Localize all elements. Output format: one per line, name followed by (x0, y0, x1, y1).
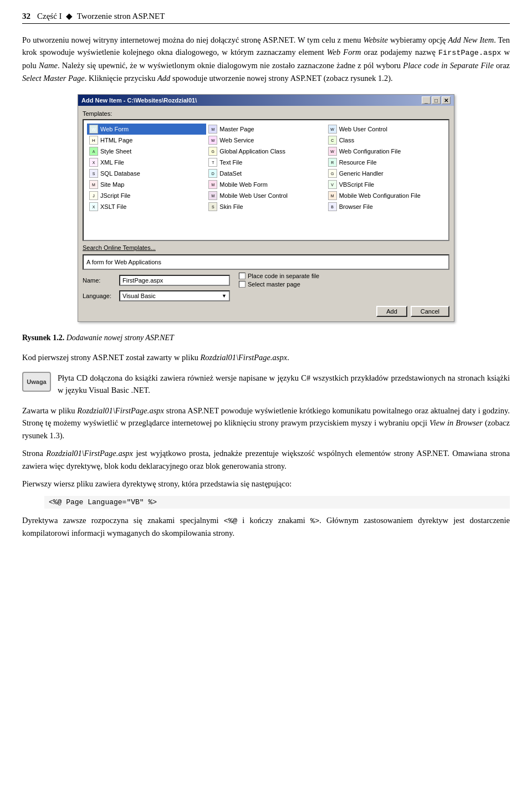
description-box: A form for Web Applications (83, 254, 449, 270)
template-label: XSLT File (100, 203, 126, 210)
checkbox-select-master-box[interactable] (239, 281, 245, 288)
template-master-page[interactable]: M Master Page (206, 124, 325, 135)
checkbox-select-master[interactable]: Select master page (239, 281, 319, 288)
globalapp-icon: G (208, 147, 217, 156)
template-label: HTML Page (100, 137, 132, 144)
template-text-file[interactable]: T Text File (206, 157, 325, 168)
xslt-icon: X (89, 202, 98, 211)
template-web-form[interactable]: W Web Form (87, 124, 206, 135)
template-label: Mobile Web User Control (219, 192, 288, 199)
search-online-link[interactable]: Search Online Templates... (83, 244, 449, 251)
dialog-buttons: Add Cancel (83, 306, 449, 317)
template-site-map[interactable]: M Site Map (87, 179, 206, 190)
template-jscript-file[interactable]: J JScript File (87, 190, 206, 201)
mobilewebform-icon: M (208, 180, 217, 189)
note-text: Płyta CD dołączona do książki zawiera ró… (58, 372, 510, 397)
template-xslt-file[interactable]: X XSLT File (87, 201, 206, 212)
template-label: Site Map (100, 181, 124, 188)
language-select[interactable]: Visual Basic ▼ (119, 290, 230, 301)
checkbox-area: Place code in separate file Select maste… (239, 273, 319, 288)
chapter-title: Część I ◆ Tworzenie stron ASP.NET (37, 11, 165, 21)
xml-icon: X (89, 158, 98, 167)
template-label: Web Configuration File (339, 148, 401, 155)
template-class[interactable]: C Class (326, 135, 445, 146)
template-label: Web Form (100, 126, 129, 132)
template-label: SQL Database (100, 170, 140, 177)
body-text-3: Zawarta w pliku Rozdzial01\FirstPage.asp… (22, 404, 510, 490)
template-sql-database[interactable]: S SQL Database (87, 168, 206, 179)
paragraph4: Strona Rozdzial01\FirstPage.aspx jest wy… (22, 447, 510, 472)
templates-grid: W Web Form H HTML Page A Style Sheet X X… (87, 124, 445, 212)
template-label: Generic Handler (339, 170, 383, 177)
name-input[interactable]: FirstPage.aspx (119, 275, 230, 286)
webform-icon: W (89, 125, 98, 134)
name-value: FirstPage.aspx (122, 277, 163, 284)
chapter-name: Tworzenie stron ASP.NET (77, 12, 165, 21)
template-label: Class (339, 137, 355, 144)
dialog-body: Templates: W Web Form H HTML Page A S (78, 106, 454, 321)
template-mobile-web-user-control[interactable]: M Mobile Web User Control (206, 190, 325, 201)
checkbox-place-code[interactable]: Place code in separate file (239, 273, 319, 279)
masterpage-icon: M (208, 125, 217, 134)
class-icon: C (328, 136, 337, 145)
checkbox-place-code-box[interactable] (239, 273, 245, 279)
webuserctrl-icon: W (328, 125, 337, 134)
template-label: Master Page (219, 126, 254, 132)
template-label: JScript File (100, 192, 130, 199)
close-button[interactable]: ✕ (442, 96, 451, 104)
template-xml-file[interactable]: X XML File (87, 157, 206, 168)
note-icon: Uwaga (22, 372, 51, 392)
template-browser-file[interactable]: B Browser File (326, 201, 445, 212)
figure-label: Rysunek 1.2. (22, 334, 64, 342)
template-label: Text File (219, 159, 242, 166)
dialog-title: Add New Item - C:\Websites\Rozdzial01\ (81, 97, 197, 104)
language-value: Visual Basic (122, 293, 156, 299)
checkbox-place-code-label: Place code in separate file (248, 273, 319, 279)
maximize-button[interactable]: □ (432, 96, 441, 104)
vbscript-icon: V (328, 180, 337, 189)
template-label: Web User Control (339, 126, 387, 132)
template-mobile-web-config[interactable]: M Mobile Web Configuration File (326, 190, 445, 201)
resource-icon: R (328, 158, 337, 167)
template-mobile-web-form[interactable]: M Mobile Web Form (206, 179, 325, 190)
paragraph6: Dyrektywa zawsze rozpoczyna się znakami … (22, 514, 510, 540)
chapter-diamond: ◆ (66, 12, 73, 21)
template-resource-file[interactable]: R Resource File (326, 157, 445, 168)
template-web-user-control[interactable]: W Web User Control (326, 124, 445, 135)
note-content: Płyta CD dołączona do książki zawiera ró… (58, 373, 510, 394)
intro-paragraph: Po utworzeniu nowej witryny internetowej… (22, 34, 510, 84)
browser-icon: B (328, 202, 337, 211)
intro-text: Po utworzeniu nowej witryny internetowej… (22, 34, 510, 84)
template-global-app-class[interactable]: G Global Application Class (206, 146, 325, 157)
language-label: Language: (83, 293, 116, 299)
template-vbscript-file[interactable]: V VBScript File (326, 179, 445, 190)
textfile-icon: T (208, 158, 217, 167)
template-generic-handler[interactable]: G Generic Handler (326, 168, 445, 179)
template-style-sheet[interactable]: A Style Sheet (87, 146, 206, 157)
templates-col-1: M Master Page W Web Service G Global App… (206, 124, 325, 212)
template-web-service[interactable]: W Web Service (206, 135, 325, 146)
template-html-page[interactable]: H HTML Page (87, 135, 206, 146)
add-button[interactable]: Add (376, 306, 407, 317)
mobilewebuser-icon: M (208, 191, 217, 200)
note-icon-label: Uwaga (27, 378, 46, 385)
checkbox-select-master-label: Select master page (248, 281, 300, 288)
body-text-4: Dyrektywa zawsze rozpoczyna się znakami … (22, 514, 510, 540)
code-block: <%@ Page Language="VB" %> (44, 496, 510, 509)
cancel-button[interactable]: Cancel (411, 306, 449, 317)
minimize-button[interactable]: _ (422, 96, 431, 104)
webservice-icon: W (208, 136, 217, 145)
template-dataset[interactable]: D DataSet (206, 168, 325, 179)
template-label: Web Service (219, 137, 254, 144)
titlebar-buttons: _ □ ✕ (422, 96, 451, 104)
template-label: Resource File (339, 159, 377, 166)
template-skin-file[interactable]: S Skin File (206, 201, 325, 212)
note-box: Uwaga Płyta CD dołączona do książki zawi… (22, 372, 510, 397)
name-field-row: Name: FirstPage.aspx Place code in separ… (83, 273, 449, 288)
figure-caption: Rysunek 1.2. Dodawanie nowej strony ASP.… (22, 332, 510, 344)
paragraph2: Kod pierwszej strony ASP.NET został zawa… (22, 351, 510, 363)
language-field-row: Language: Visual Basic ▼ (83, 290, 449, 301)
template-web-config-file[interactable]: W Web Configuration File (326, 146, 445, 157)
templates-label: Templates: (83, 110, 449, 117)
sitemap-icon: M (89, 180, 98, 189)
